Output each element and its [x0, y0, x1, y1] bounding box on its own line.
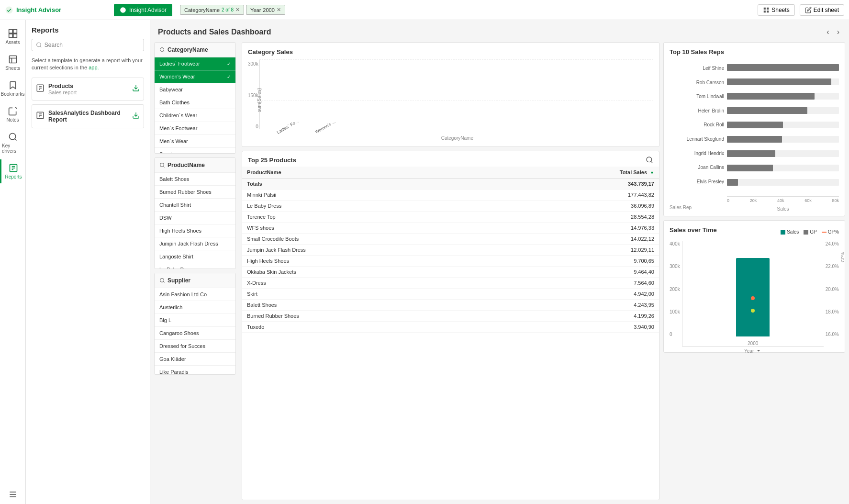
svg-point-37 [160, 163, 164, 167]
filter-balett-shoes[interactable]: Balett Shoes [155, 173, 235, 186]
sidebar-item-sheets-label: Sheets [5, 66, 20, 71]
category-filter-tag[interactable]: CategoryName 2 of 8 ✕ [180, 5, 244, 15]
tab-label: Insight Advisor [129, 7, 167, 13]
filter-le-baby[interactable]: Le Baby Dress [155, 263, 235, 269]
filter-babywear[interactable]: Babywear [155, 83, 235, 96]
sot-x-label-area: Year [682, 348, 824, 354]
supplier-bigl[interactable]: Big L [155, 314, 235, 327]
sidebar-item-notes[interactable]: Notes [0, 102, 25, 126]
supplier-goa[interactable]: Goa Kläder [155, 353, 235, 366]
filter-tag-close[interactable]: ✕ [235, 7, 240, 13]
totals-row: Totals 343.739,17 [242, 179, 659, 190]
filter-ladies-footwear[interactable]: Ladies´ Footwear ✓ [155, 57, 235, 70]
search-input[interactable] [45, 42, 140, 48]
sidebar-item-bookmarks[interactable]: Bookmarks [0, 77, 25, 101]
sidebar-item-key-drivers[interactable]: Key drivers [0, 128, 25, 157]
col-product-name[interactable]: ProductName [242, 167, 495, 179]
svg-point-0 [6, 6, 13, 13]
sidebar-collapse[interactable] [0, 490, 25, 499]
year-tag-close[interactable]: ✕ [277, 7, 281, 13]
rep-bar-fill [727, 150, 775, 157]
sot-chart-body: 400k 300k 200k 100k 0 [670, 241, 839, 347]
search-box[interactable] [32, 39, 144, 51]
insight-advisor-tab[interactable]: Insight Advisor [114, 4, 172, 16]
rep-bar-bg [727, 78, 839, 85]
report-products-sub: Sales report [48, 90, 128, 95]
filter-sportwear[interactable]: Sportwear [155, 148, 235, 153]
filter-mens-footwear[interactable]: Men´s Footwear [155, 122, 235, 135]
filter-langoste[interactable]: Langoste Shirt [155, 250, 235, 263]
main-layout: Assets Sheets Bookmarks Notes Key driver… [0, 20, 849, 504]
rep-bar-bg [727, 150, 839, 157]
sidebar-item-reports[interactable]: Reports [0, 159, 25, 183]
filter-chantell[interactable]: Chantell Shirt [155, 199, 235, 212]
page-title: Products and Sales Dashboard [158, 28, 271, 36]
topbar-right: Sheets Edit sheet [758, 4, 844, 16]
legend-sales-color [781, 230, 785, 235]
supplier-austerlich[interactable]: Austerlich [155, 301, 235, 314]
supplier-like[interactable]: Like Paradis [155, 366, 235, 374]
filter-jumpin[interactable]: Jumpin Jack Flash Dress [155, 237, 235, 250]
col-total-sales[interactable]: Total Sales ▼ [495, 167, 659, 179]
year-filter-tag[interactable]: Year 2000 ✕ [246, 5, 285, 15]
legend-gppct: GP% [822, 229, 839, 235]
reps-bars [727, 59, 839, 203]
rep-bar-bg [727, 64, 839, 71]
filter-womens-wear[interactable]: Women's Wear ✓ [155, 70, 235, 83]
table-row: Terence Top28.554,28 [242, 212, 659, 223]
top25-table-inner: ProductName Total Sales ▼ [242, 167, 659, 334]
filter-high-heels[interactable]: High Heels Shoes [155, 224, 235, 237]
rep-bar-row [727, 104, 839, 117]
filter-dsw[interactable]: DSW [155, 212, 235, 224]
rep-bar-bg [727, 122, 839, 128]
sidebar-item-notes-label: Notes [6, 117, 19, 123]
next-arrow[interactable]: › [835, 26, 841, 38]
edit-sheet-button[interactable]: Edit sheet [800, 4, 844, 16]
reports-title: Reports [32, 26, 144, 34]
filter-bath-clothes[interactable]: Bath Clothes [155, 96, 235, 109]
table-row: Jumpin Jack Flash Dress12.029,11 [242, 245, 659, 256]
filter-burned-rubber[interactable]: Burned Rubber Shoes [155, 186, 235, 199]
download-sales-icon[interactable] [132, 112, 140, 121]
filter-mens-wear[interactable]: Men´s Wear [155, 135, 235, 148]
filter-childrens-wear[interactable]: Children´s Wear [155, 109, 235, 122]
table-row: Small Crocodile Boots14.022,12 [242, 234, 659, 245]
category-sales-chart: Category Sales 300k 150k 0 [242, 42, 659, 147]
sidebar-item-sheets[interactable]: Sheets [0, 51, 25, 75]
sot-y-axis: 400k 300k 200k 100k 0 [670, 241, 682, 347]
filter-tag-sub: 2 of 8 [222, 7, 234, 12]
sot-header: Sales over Time Sales GP [670, 226, 839, 237]
supplier-cangaroo[interactable]: Cangaroo Shoes [155, 327, 235, 340]
reports-app-link[interactable]: app. [89, 65, 99, 70]
supplier-dressed[interactable]: Dressed for Succes [155, 340, 235, 353]
top25-products-card: Top 25 Products ProductName [242, 151, 659, 500]
download-products-icon[interactable] [132, 84, 140, 93]
sales-over-time-card: Sales over Time Sales GP [663, 220, 845, 353]
x-axis-ticks: 0 20k 40k 60k 80k [727, 196, 839, 203]
reps-bars-area: 0 20k 40k 60k 80k Sales [727, 59, 839, 203]
svg-rect-10 [9, 56, 16, 63]
icon-bar: Assets Sheets Bookmarks Notes Key driver… [0, 20, 26, 504]
legend-gp: GP [804, 229, 816, 235]
supplier-filter-section: Supplier Asin Fashion Ltd Co Austerlich … [154, 273, 236, 375]
table-header-row: ProductName Total Sales ▼ [242, 167, 659, 179]
reports-description: Select a template to generate a report w… [32, 57, 144, 72]
report-item-products[interactable]: Products Sales report [32, 78, 144, 101]
table-search-icon[interactable] [646, 156, 653, 164]
year-dropdown-icon[interactable] [756, 348, 761, 354]
report-item-salesanalytics[interactable]: SalesAnalytics Dashboard Report [32, 104, 144, 128]
grid-line-mid [259, 100, 653, 101]
supplier-asin[interactable]: Asin Fashion Ltd Co [155, 288, 235, 301]
sheets-button[interactable]: Sheets [758, 4, 794, 16]
legend-gp-color [804, 230, 808, 235]
prev-arrow[interactable]: ‹ [825, 26, 831, 38]
sot-y2-axis: 24.0% 22.0% 20.0% 18.0% 16.0% [824, 241, 839, 347]
svg-rect-3 [767, 7, 769, 9]
rep-bar-row [727, 162, 839, 174]
rep-bar-fill [727, 64, 839, 71]
sidebar-item-assets[interactable]: Assets [0, 25, 25, 49]
filter-tags: CategoryName 2 of 8 ✕ Year 2000 ✕ [180, 5, 285, 15]
rep-bar-row [727, 90, 839, 102]
product-filter-section: ProductName Balett Shoes Burned Rubber S… [154, 157, 236, 269]
rep-bar-bg [727, 136, 839, 143]
